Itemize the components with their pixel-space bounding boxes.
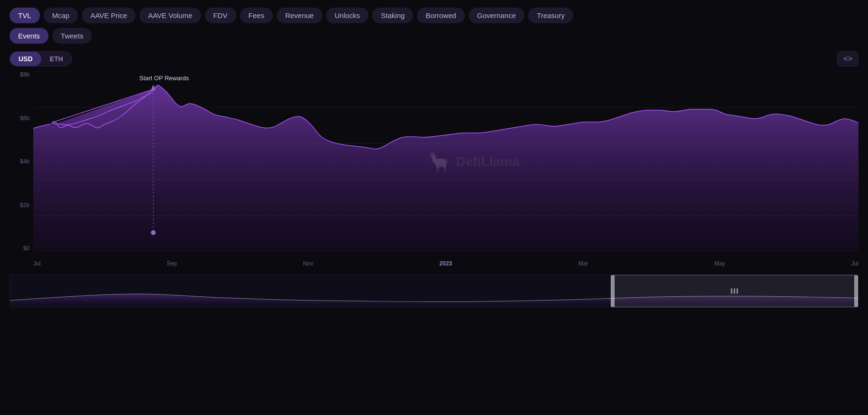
x-label-jul1: Jul <box>33 260 40 267</box>
y-axis: $8b $6b $4b $2b $0 <box>10 71 33 252</box>
minimap-handle-right[interactable] <box>854 275 858 307</box>
nav-btn-aave-price[interactable]: AAVE Price <box>82 8 135 23</box>
y-label-2b: $2b <box>10 202 33 208</box>
y-label-4b: $4b <box>10 158 33 165</box>
minimap-handle-center <box>731 288 738 294</box>
currency-row: USD ETH <> <box>0 51 868 71</box>
usd-button[interactable]: USD <box>10 52 41 66</box>
x-label-2023: 2023 <box>439 260 452 267</box>
second-row-nav: EventsTweets <box>0 28 868 51</box>
x-axis: Jul Sep Nov 2023 Mar May Jul <box>33 256 858 271</box>
y-label-8b: $8b <box>10 71 33 78</box>
x-label-may: May <box>714 260 725 267</box>
nav-btn-tvl[interactable]: TVL <box>10 8 40 23</box>
nav-btn-staking[interactable]: Staking <box>372 8 413 23</box>
nav-btn-treasury[interactable]: Treasury <box>528 8 573 23</box>
embed-button[interactable]: <> <box>837 51 858 66</box>
minimap-area[interactable] <box>10 274 858 308</box>
nav-btn-events[interactable]: Events <box>10 28 48 44</box>
x-label-mar: Mar <box>578 260 588 267</box>
nav-btn-governance[interactable]: Governance <box>469 8 525 23</box>
nav-btn-mcap[interactable]: Mcap <box>44 8 78 23</box>
chart-svg: Start OP Rewards 🦙 DefiLlama <box>33 71 858 252</box>
svg-point-8 <box>151 230 155 235</box>
annotation-label: Start OP Rewards <box>139 74 189 82</box>
nav-btn-revenue[interactable]: Revenue <box>277 8 322 23</box>
nav-btn-tweets[interactable]: Tweets <box>52 28 92 44</box>
minimap-handle-left[interactable] <box>611 275 615 307</box>
chart-area: $8b $6b $4b $2b $0 <box>10 71 858 271</box>
currency-group: USD ETH <box>10 51 72 66</box>
y-label-6b: $6b <box>10 115 33 122</box>
nav-btn-borrowed[interactable]: Borrowed <box>417 8 464 23</box>
x-label-sep: Sep <box>167 260 177 267</box>
top-nav: TVLMcapAAVE PriceAAVE VolumeFDVFeesReven… <box>0 0 868 28</box>
x-label-nov: Nov <box>303 260 313 267</box>
minimap-handle[interactable] <box>611 275 858 307</box>
nav-btn-fdv[interactable]: FDV <box>205 8 236 23</box>
y-label-0: $0 <box>10 245 33 252</box>
nav-btn-fees[interactable]: Fees <box>240 8 273 23</box>
nav-btn-unlocks[interactable]: Unlocks <box>326 8 368 23</box>
eth-button[interactable]: ETH <box>41 52 72 66</box>
x-label-jul2: Jul <box>851 260 858 267</box>
nav-btn-aave-volume[interactable]: AAVE Volume <box>139 8 201 23</box>
